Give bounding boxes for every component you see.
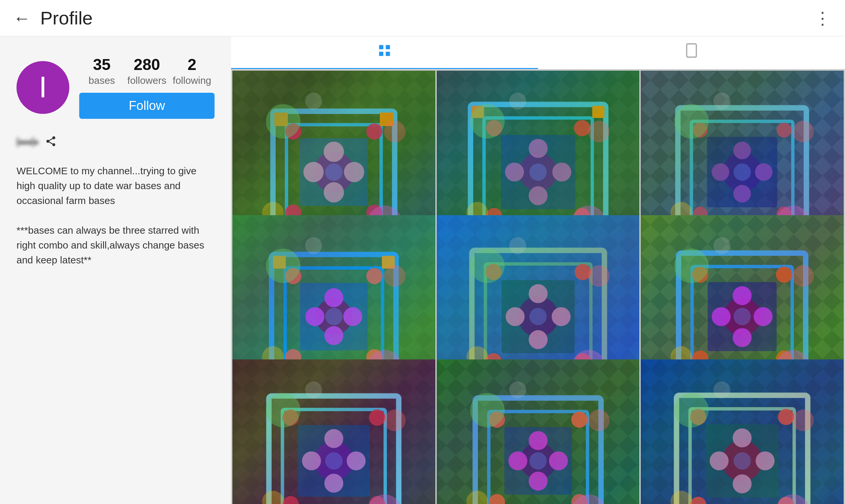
following-stat: 2 following <box>169 56 215 86</box>
svg-point-139 <box>528 431 547 450</box>
svg-point-85 <box>485 264 501 280</box>
list-view-icon <box>685 43 698 61</box>
list-item[interactable] <box>232 359 435 504</box>
svg-point-48 <box>722 152 762 192</box>
back-button[interactable]: ← <box>13 10 30 27</box>
svg-point-30 <box>574 120 590 136</box>
svg-point-86 <box>575 264 591 280</box>
base-grid <box>231 69 845 504</box>
svg-point-118 <box>369 410 385 426</box>
grid-view-icon <box>377 43 392 61</box>
svg-point-14 <box>344 162 364 182</box>
svg-point-120 <box>369 496 385 504</box>
list-item[interactable] <box>437 359 640 504</box>
svg-rect-6 <box>287 125 381 219</box>
svg-rect-146 <box>690 409 794 504</box>
svg-point-132 <box>520 443 557 479</box>
svg-point-16 <box>324 182 344 202</box>
svg-point-156 <box>733 475 752 493</box>
svg-rect-73 <box>273 256 286 269</box>
username-row: l•••l• <box>17 135 215 150</box>
svg-point-121 <box>302 451 321 470</box>
svg-rect-0 <box>687 44 696 57</box>
bases-count: 35 <box>93 56 111 74</box>
bio-line1: WELCOME to my channel...trying to give h… <box>17 165 196 206</box>
svg-point-84 <box>518 296 558 337</box>
svg-rect-47 <box>707 137 777 207</box>
followers-label: followers <box>127 75 166 86</box>
svg-rect-144 <box>641 359 844 504</box>
svg-rect-38 <box>592 106 605 118</box>
svg-point-106 <box>754 307 772 326</box>
username: l•••l• <box>17 136 38 149</box>
svg-rect-27 <box>501 135 575 209</box>
svg-point-101 <box>692 266 708 283</box>
svg-point-119 <box>283 496 299 504</box>
svg-point-13 <box>303 162 323 182</box>
svg-point-66 <box>366 268 382 284</box>
svg-point-69 <box>305 307 324 326</box>
svg-point-9 <box>285 123 301 140</box>
svg-rect-74 <box>382 256 395 269</box>
svg-rect-114 <box>283 410 385 504</box>
svg-point-148 <box>722 440 762 481</box>
tab-grid[interactable] <box>231 36 538 69</box>
svg-rect-18 <box>380 112 393 126</box>
followers-stat: 280 followers <box>124 56 170 86</box>
svg-point-108 <box>733 328 752 347</box>
base-thumbnail-9 <box>641 359 844 504</box>
svg-rect-99 <box>708 282 777 351</box>
bases-stat: 35 bases <box>79 56 124 86</box>
svg-point-124 <box>324 474 343 493</box>
svg-point-151 <box>690 497 706 504</box>
followers-count: 280 <box>134 56 160 74</box>
svg-rect-17 <box>274 112 288 126</box>
list-item[interactable] <box>641 359 844 504</box>
follow-button[interactable]: Follow <box>79 93 215 119</box>
svg-rect-26 <box>484 118 592 226</box>
svg-point-137 <box>508 451 527 470</box>
svg-rect-145 <box>677 395 808 504</box>
svg-point-116 <box>314 441 354 481</box>
bio: WELCOME to my channel...trying to give h… <box>17 163 215 267</box>
svg-point-49 <box>693 123 708 138</box>
svg-rect-147 <box>706 425 779 498</box>
svg-point-117 <box>283 410 299 426</box>
svg-point-155 <box>733 428 752 447</box>
stats-container: 35 bases 280 followers 2 following Follo… <box>79 56 215 119</box>
tab-list[interactable] <box>538 36 845 69</box>
svg-point-35 <box>528 139 547 158</box>
profile-stats-row: I 35 bases 280 followers 2 following <box>17 56 215 119</box>
more-options-button[interactable]: ⋮ <box>814 8 832 28</box>
svg-point-122 <box>346 451 365 470</box>
svg-rect-83 <box>501 280 574 353</box>
svg-rect-131 <box>504 427 572 495</box>
svg-rect-113 <box>269 396 399 504</box>
svg-point-50 <box>777 123 792 138</box>
svg-point-136 <box>571 494 587 504</box>
following-label: following <box>173 75 211 86</box>
avatar: I <box>17 61 69 114</box>
share-button[interactable] <box>45 135 57 150</box>
svg-rect-63 <box>300 283 368 350</box>
svg-point-154 <box>756 451 775 470</box>
base-thumbnail-7 <box>232 359 435 504</box>
svg-point-36 <box>528 186 547 205</box>
svg-point-138 <box>549 451 568 470</box>
svg-point-53 <box>712 163 729 181</box>
base-thumbnail-8 <box>437 359 640 504</box>
left-panel: I 35 bases 280 followers 2 following <box>0 36 231 504</box>
svg-point-92 <box>528 330 547 349</box>
right-panel <box>231 36 845 504</box>
svg-point-56 <box>734 185 751 202</box>
svg-point-70 <box>343 307 362 326</box>
svg-point-134 <box>571 412 587 428</box>
svg-rect-130 <box>488 412 587 504</box>
svg-rect-112 <box>232 359 435 504</box>
svg-point-140 <box>528 472 547 490</box>
svg-point-133 <box>488 412 505 428</box>
avatar-letter: I <box>39 70 47 104</box>
main-layout: I 35 bases 280 followers 2 following <box>0 36 845 504</box>
page-title: Profile <box>40 7 93 29</box>
svg-rect-46 <box>691 122 793 223</box>
